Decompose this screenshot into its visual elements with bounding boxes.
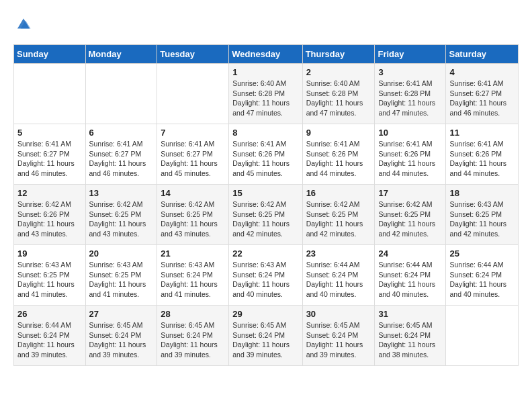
calendar-cell: 21Sunrise: 6:43 AMSunset: 6:24 PMDayligh… [157, 245, 229, 306]
daylight-text-cont: and 41 minutes. [89, 289, 154, 300]
day-number: 28 [161, 309, 225, 319]
sunset-text: Sunset: 6:28 PM [232, 89, 298, 99]
day-info: Sunrise: 6:43 AMSunset: 6:24 PMDaylight:… [232, 260, 298, 300]
sunrise-text: Sunrise: 6:41 AM [378, 79, 442, 89]
day-info: Sunrise: 6:41 AMSunset: 6:26 PMDaylight:… [378, 139, 442, 179]
col-monday: Monday [85, 45, 157, 64]
sunrise-text: Sunrise: 6:41 AM [449, 139, 515, 149]
calendar-cell: 8Sunrise: 6:41 AMSunset: 6:26 PMDaylight… [229, 124, 302, 185]
calendar-cell: 17Sunrise: 6:42 AMSunset: 6:25 PMDayligh… [375, 185, 446, 245]
logo [13, 13, 36, 34]
daylight-text: Daylight: 11 hours [449, 98, 515, 108]
sunset-text: Sunset: 6:25 PM [161, 210, 225, 220]
day-number: 24 [378, 248, 442, 259]
sunrise-text: Sunrise: 6:45 AM [89, 320, 154, 330]
sunset-text: Sunset: 6:27 PM [161, 149, 225, 159]
daylight-text-cont: and 40 minutes. [306, 289, 371, 300]
sunset-text: Sunset: 6:24 PM [449, 270, 515, 280]
sunrise-text: Sunrise: 6:42 AM [232, 199, 298, 210]
day-info: Sunrise: 6:42 AMSunset: 6:25 PMDaylight:… [161, 199, 225, 239]
day-number: 18 [449, 188, 515, 198]
day-number: 15 [232, 188, 298, 198]
sunrise-text: Sunrise: 6:44 AM [378, 260, 442, 270]
day-number: 31 [378, 309, 442, 319]
day-number: 8 [232, 128, 298, 138]
sunset-text: Sunset: 6:28 PM [378, 89, 442, 99]
daylight-text-cont: and 39 minutes. [161, 350, 225, 360]
calendar-cell: 13Sunrise: 6:42 AMSunset: 6:25 PMDayligh… [85, 185, 157, 245]
sunrise-text: Sunrise: 6:41 AM [89, 139, 154, 149]
sunrise-text: Sunrise: 6:45 AM [161, 320, 225, 330]
daylight-text-cont: and 40 minutes. [232, 289, 298, 300]
col-wednesday: Wednesday [229, 45, 302, 64]
day-info: Sunrise: 6:41 AMSunset: 6:26 PMDaylight:… [306, 139, 371, 179]
day-info: Sunrise: 6:45 AMSunset: 6:24 PMDaylight:… [89, 320, 154, 360]
day-info: Sunrise: 6:42 AMSunset: 6:26 PMDaylight:… [17, 199, 82, 239]
sunset-text: Sunset: 6:24 PM [306, 270, 371, 280]
calendar-cell: 7Sunrise: 6:41 AMSunset: 6:27 PMDaylight… [157, 124, 229, 185]
calendar-cell [14, 64, 86, 124]
daylight-text: Daylight: 11 hours [378, 219, 442, 229]
calendar-cell [85, 64, 157, 124]
calendar-cell: 2Sunrise: 6:40 AMSunset: 6:28 PMDaylight… [302, 64, 375, 124]
day-info: Sunrise: 6:40 AMSunset: 6:28 PMDaylight:… [232, 79, 298, 118]
day-number: 7 [161, 128, 225, 138]
daylight-text-cont: and 44 minutes. [378, 169, 442, 179]
daylight-text: Daylight: 11 hours [306, 158, 371, 169]
day-info: Sunrise: 6:42 AMSunset: 6:25 PMDaylight:… [232, 199, 298, 239]
calendar-cell: 11Sunrise: 6:41 AMSunset: 6:26 PMDayligh… [446, 124, 519, 185]
day-info: Sunrise: 6:45 AMSunset: 6:24 PMDaylight:… [232, 320, 298, 360]
calendar-cell: 27Sunrise: 6:45 AMSunset: 6:24 PMDayligh… [85, 306, 157, 366]
daylight-text-cont: and 46 minutes. [449, 108, 515, 118]
daylight-text-cont: and 42 minutes. [378, 229, 442, 239]
sunset-text: Sunset: 6:26 PM [449, 149, 515, 159]
day-number: 9 [306, 128, 371, 138]
calendar-cell: 10Sunrise: 6:41 AMSunset: 6:26 PMDayligh… [375, 124, 446, 185]
daylight-text: Daylight: 11 hours [232, 158, 298, 169]
day-number: 1 [232, 67, 298, 77]
col-thursday: Thursday [302, 45, 375, 64]
sunset-text: Sunset: 6:25 PM [89, 270, 154, 280]
day-number: 16 [306, 188, 371, 198]
daylight-text: Daylight: 11 hours [449, 279, 515, 289]
daylight-text-cont: and 39 minutes. [306, 350, 371, 360]
daylight-text-cont: and 47 minutes. [378, 108, 442, 118]
day-info: Sunrise: 6:42 AMSunset: 6:25 PMDaylight:… [306, 199, 371, 239]
daylight-text-cont: and 47 minutes. [306, 108, 371, 118]
daylight-text-cont: and 39 minutes. [89, 350, 154, 360]
day-info: Sunrise: 6:43 AMSunset: 6:25 PMDaylight:… [89, 260, 154, 300]
daylight-text-cont: and 43 minutes. [89, 229, 154, 239]
calendar-cell: 4Sunrise: 6:41 AMSunset: 6:27 PMDaylight… [446, 64, 519, 124]
daylight-text-cont: and 42 minutes. [306, 229, 371, 239]
day-info: Sunrise: 6:45 AMSunset: 6:24 PMDaylight:… [378, 320, 442, 360]
sunset-text: Sunset: 6:27 PM [89, 149, 154, 159]
daylight-text: Daylight: 11 hours [378, 340, 442, 350]
calendar-header: Sunday Monday Tuesday Wednesday Thursday… [14, 45, 519, 64]
daylight-text: Daylight: 11 hours [89, 340, 154, 350]
sunset-text: Sunset: 6:25 PM [449, 210, 515, 220]
day-info: Sunrise: 6:41 AMSunset: 6:26 PMDaylight:… [449, 139, 515, 179]
calendar-week-row: 5Sunrise: 6:41 AMSunset: 6:27 PMDaylight… [14, 124, 519, 185]
daylight-text-cont: and 45 minutes. [161, 169, 225, 179]
daylight-text: Daylight: 11 hours [161, 340, 225, 350]
daylight-text: Daylight: 11 hours [17, 219, 82, 229]
daylight-text-cont: and 40 minutes. [449, 289, 515, 300]
day-number: 3 [378, 67, 442, 77]
day-number: 20 [89, 248, 154, 259]
sunrise-text: Sunrise: 6:40 AM [232, 79, 298, 89]
day-number: 13 [89, 188, 154, 198]
sunset-text: Sunset: 6:27 PM [17, 149, 82, 159]
calendar-cell: 28Sunrise: 6:45 AMSunset: 6:24 PMDayligh… [157, 306, 229, 366]
sunset-text: Sunset: 6:24 PM [378, 270, 442, 280]
calendar-cell: 14Sunrise: 6:42 AMSunset: 6:25 PMDayligh… [157, 185, 229, 245]
calendar-cell: 30Sunrise: 6:45 AMSunset: 6:24 PMDayligh… [302, 306, 375, 366]
calendar-cell: 3Sunrise: 6:41 AMSunset: 6:28 PMDaylight… [375, 64, 446, 124]
daylight-text: Daylight: 11 hours [232, 340, 298, 350]
calendar-cell: 25Sunrise: 6:44 AMSunset: 6:24 PMDayligh… [446, 245, 519, 306]
sunrise-text: Sunrise: 6:41 AM [17, 139, 82, 149]
day-number: 30 [306, 309, 371, 319]
day-number: 14 [161, 188, 225, 198]
sunrise-text: Sunrise: 6:41 AM [232, 139, 298, 149]
calendar-cell: 22Sunrise: 6:43 AMSunset: 6:24 PMDayligh… [229, 245, 302, 306]
day-number: 6 [89, 128, 154, 138]
